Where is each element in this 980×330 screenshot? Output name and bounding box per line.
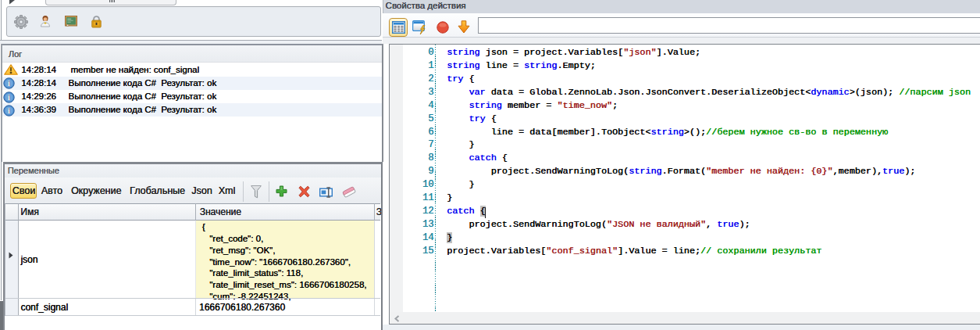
svg-text:i: i [9,80,11,88]
svg-text:i: i [9,106,11,115]
svg-text:i: i [9,93,11,102]
